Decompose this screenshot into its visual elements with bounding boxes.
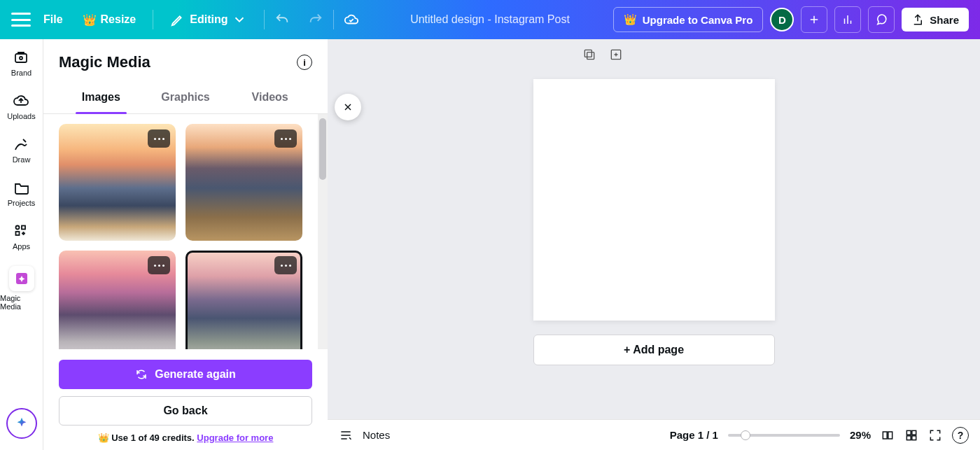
more-icon[interactable] — [274, 256, 297, 274]
zoom-slider[interactable] — [728, 434, 840, 437]
rail-projects[interactable]: Projects — [8, 179, 36, 207]
cloud-sync-icon[interactable] — [344, 12, 359, 27]
rail-label: Uploads — [7, 112, 35, 120]
svg-rect-9 — [883, 432, 887, 439]
credits-text: 👑 Use 1 of 49 credits. Upgrade for more — [59, 433, 312, 443]
upgrade-label: Upgrade to Canva Pro — [643, 14, 753, 26]
editing-label: Editing — [190, 13, 227, 26]
undo-icon[interactable] — [274, 12, 290, 27]
rail-magic-media[interactable]: Magic Media — [0, 266, 43, 311]
tab-images[interactable]: Images — [59, 83, 144, 113]
svg-rect-13 — [906, 435, 911, 440]
svg-rect-12 — [912, 430, 916, 435]
upgrade-button[interactable]: 👑 Upgrade to Canva Pro — [613, 7, 764, 32]
divider — [153, 10, 153, 29]
side-rail: Brand Uploads Draw Projects Apps Magic M… — [0, 39, 43, 450]
notes-label[interactable]: Notes — [363, 429, 390, 441]
generated-image[interactable] — [186, 124, 302, 241]
add-page-icon[interactable] — [609, 48, 623, 62]
generated-image[interactable] — [59, 251, 176, 349]
page-view-icon[interactable] — [881, 428, 895, 442]
notes-icon[interactable] — [339, 428, 353, 442]
upload-icon — [13, 92, 29, 109]
resize-menu[interactable]: 👑 Resize — [76, 9, 144, 31]
rail-label: Draw — [13, 155, 31, 164]
close-panel-button[interactable] — [335, 94, 361, 120]
magic-media-icon — [9, 266, 34, 291]
brand-icon — [13, 49, 29, 66]
avatar[interactable]: D — [770, 8, 794, 31]
panel-title: Magic Media — [59, 53, 150, 71]
resize-label: Resize — [101, 13, 136, 26]
add-page-button[interactable]: + Add page — [533, 335, 775, 365]
svg-rect-10 — [888, 432, 892, 439]
add-button[interactable] — [801, 6, 827, 33]
comment-button[interactable] — [868, 6, 895, 33]
apps-icon — [13, 223, 29, 239]
tab-graphics[interactable]: Graphics — [144, 83, 228, 113]
generated-image[interactable] — [59, 124, 176, 241]
fullscreen-icon[interactable] — [928, 428, 942, 442]
share-label: Share — [930, 14, 959, 26]
svg-rect-0 — [15, 54, 27, 62]
top-bar: File 👑 Resize Editing Untitled design - … — [0, 0, 980, 39]
svg-point-2 — [16, 226, 20, 230]
folder-icon — [13, 179, 30, 196]
divider — [264, 10, 265, 29]
canvas-area: + Add page Notes Page 1 / 1 29% ? — [328, 39, 980, 450]
share-icon — [911, 13, 924, 26]
rail-label: Apps — [13, 242, 30, 251]
page-indicator: Page 1 / 1 — [670, 429, 718, 441]
more-icon[interactable] — [274, 129, 297, 148]
slider-knob[interactable] — [741, 430, 750, 440]
generated-image-selected[interactable] — [186, 251, 302, 349]
share-button[interactable]: Share — [902, 8, 969, 31]
rail-brand[interactable]: Brand — [11, 49, 31, 77]
chevron-down-icon — [232, 12, 247, 27]
generate-label: Generate again — [155, 368, 236, 381]
rail-uploads[interactable]: Uploads — [7, 92, 35, 120]
draw-icon — [13, 136, 29, 153]
upgrade-link[interactable]: Upgrade for more — [197, 433, 273, 443]
scrollbar[interactable] — [318, 114, 328, 349]
document-title[interactable]: Untitled design - Instagram Post — [410, 13, 570, 26]
tab-videos[interactable]: Videos — [227, 83, 312, 113]
bottom-bar: Notes Page 1 / 1 29% ? — [328, 419, 980, 450]
divider — [333, 10, 334, 29]
rail-draw[interactable]: Draw — [13, 136, 31, 164]
more-icon[interactable] — [148, 256, 170, 274]
canvas-stage[interactable]: + Add page — [328, 39, 980, 419]
pencil-icon — [170, 12, 186, 27]
menu-icon[interactable] — [11, 13, 31, 27]
help-icon[interactable]: ? — [952, 427, 969, 444]
crown-icon: 👑 — [98, 433, 109, 443]
generate-again-button[interactable]: Generate again — [59, 360, 312, 389]
svg-rect-4 — [16, 232, 20, 235]
rail-apps[interactable]: Apps — [13, 223, 30, 251]
rail-label: Magic Media — [0, 294, 43, 311]
svg-rect-3 — [22, 226, 25, 230]
editing-menu[interactable]: Editing — [163, 8, 254, 31]
scrollbar-thumb[interactable] — [319, 118, 326, 180]
go-back-button[interactable]: Go back — [59, 396, 312, 426]
regenerate-icon — [135, 368, 148, 381]
duplicate-page-icon[interactable] — [582, 48, 596, 62]
more-icon[interactable] — [148, 129, 170, 148]
info-icon[interactable]: i — [297, 55, 312, 70]
ai-assistant-button[interactable] — [6, 408, 37, 439]
analytics-button[interactable] — [834, 6, 861, 33]
results-grid — [43, 114, 318, 349]
file-menu[interactable]: File — [36, 9, 70, 30]
svg-rect-6 — [587, 52, 594, 59]
grid-view-icon[interactable] — [904, 428, 918, 442]
crown-icon: 👑 — [624, 13, 637, 26]
rail-label: Brand — [11, 69, 31, 77]
svg-point-1 — [20, 57, 22, 59]
svg-rect-11 — [906, 430, 911, 435]
crown-icon: 👑 — [83, 13, 97, 27]
magic-media-panel: Magic Media i Images Graphics Videos Ge — [43, 39, 328, 450]
canvas-page[interactable] — [533, 79, 775, 321]
svg-rect-7 — [584, 50, 592, 57]
close-icon — [342, 101, 354, 113]
redo-icon[interactable] — [308, 12, 323, 27]
